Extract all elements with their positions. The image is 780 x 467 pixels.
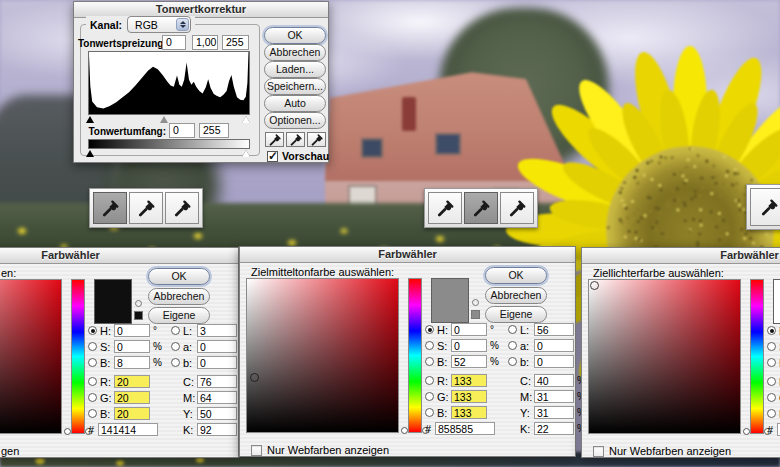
radio-b3[interactable]: [171, 358, 180, 367]
radio-b3[interactable]: [508, 357, 517, 366]
r-input[interactable]: 133: [451, 374, 487, 387]
radio-a[interactable]: [171, 342, 180, 351]
output-highlight-slider[interactable]: [242, 150, 250, 157]
radio-s[interactable]: [88, 342, 97, 351]
black-point-eyedropper-button[interactable]: [265, 132, 284, 147]
ok-button[interactable]: OK: [148, 268, 210, 285]
radio-l[interactable]: [171, 326, 180, 335]
radio-h[interactable]: [425, 325, 434, 334]
radio-g[interactable]: [88, 393, 97, 402]
b-input[interactable]: 8: [114, 356, 150, 369]
a-input[interactable]: 0: [197, 340, 237, 353]
gray-eyedropper-button[interactable]: [464, 192, 498, 224]
white-eyedropper-button[interactable]: [500, 192, 534, 224]
k-input[interactable]: 22: [534, 422, 574, 435]
b2-input[interactable]: 20: [114, 407, 150, 420]
radio-g[interactable]: [767, 393, 776, 402]
custom-button[interactable]: Eigene: [148, 307, 210, 324]
hue-slider[interactable]: [71, 279, 85, 434]
ok-button[interactable]: OK: [485, 267, 547, 284]
saturation-brightness-field[interactable]: [246, 278, 399, 433]
preview-checkbox[interactable]: [267, 151, 278, 162]
hex-input[interactable]: 141414: [98, 423, 158, 436]
white-eyedropper-button[interactable]: [165, 192, 199, 224]
radio-l[interactable]: [508, 325, 517, 334]
g-input[interactable]: 133: [451, 390, 487, 403]
b3-input[interactable]: 0: [197, 356, 237, 369]
hue-slider[interactable]: [750, 279, 764, 434]
y-input[interactable]: 50: [197, 407, 237, 420]
m-input[interactable]: 31: [534, 390, 574, 403]
b2-input[interactable]: 133: [451, 406, 487, 419]
black-eyedropper-button[interactable]: [428, 192, 462, 224]
l-input[interactable]: 56: [534, 323, 574, 336]
white-point-eyedropper-button[interactable]: [307, 132, 326, 147]
highlight-slider[interactable]: [242, 116, 250, 123]
b3-input[interactable]: 0: [534, 355, 574, 368]
output-highlight-field[interactable]: 255: [199, 123, 229, 138]
load-button[interactable]: Laden...: [264, 61, 326, 78]
save-button[interactable]: Speichern...: [264, 78, 326, 95]
y-input[interactable]: 31: [534, 406, 574, 419]
ok-button[interactable]: OK: [264, 27, 326, 44]
web-safe-cube-icon[interactable]: [134, 311, 143, 320]
radio-r[interactable]: [88, 377, 97, 386]
c-input[interactable]: 76: [197, 375, 237, 388]
radio-s[interactable]: [767, 342, 776, 351]
l-input[interactable]: 3: [197, 324, 237, 337]
web-colors-checkbox[interactable]: [593, 446, 604, 457]
cancel-button[interactable]: Abbrechen: [485, 287, 547, 304]
channel-popup[interactable]: RGB: [127, 16, 191, 33]
s-input[interactable]: 0: [451, 339, 487, 352]
gamut-warning-icon[interactable]: [472, 299, 479, 306]
radio-r[interactable]: [767, 377, 776, 386]
g-input[interactable]: 20: [114, 391, 150, 404]
h-input[interactable]: 0: [451, 323, 487, 336]
radio-b[interactable]: [425, 357, 434, 366]
radio-b2[interactable]: [88, 409, 97, 418]
saturation-brightness-field[interactable]: [588, 279, 741, 434]
r-input[interactable]: 20: [114, 375, 150, 388]
radio-h[interactable]: [767, 326, 776, 335]
radio-r[interactable]: [425, 376, 434, 385]
k-input[interactable]: 92: [197, 423, 237, 436]
radio-b2[interactable]: [767, 409, 776, 418]
h-input[interactable]: 0: [114, 324, 150, 337]
input-highlight-field[interactable]: 255: [222, 35, 249, 50]
options-button[interactable]: Optionen...: [264, 112, 326, 129]
input-shadow-field[interactable]: 0: [162, 35, 186, 50]
c-input[interactable]: 40: [534, 374, 574, 387]
s-input[interactable]: 0: [114, 340, 150, 353]
a-input[interactable]: 0: [534, 339, 574, 352]
gray-point-eyedropper-button[interactable]: [286, 132, 305, 147]
auto-button[interactable]: Auto: [264, 95, 326, 112]
cancel-button[interactable]: Abbrechen: [148, 288, 210, 305]
color-marker[interactable]: [250, 373, 259, 382]
radio-s[interactable]: [425, 341, 434, 350]
custom-button[interactable]: Eigene: [485, 306, 547, 323]
black-eyedropper-button[interactable]: [93, 192, 127, 224]
m-input[interactable]: 64: [197, 391, 237, 404]
radio-b[interactable]: [88, 358, 97, 367]
output-shadow-field[interactable]: 0: [169, 123, 195, 138]
hue-slider[interactable]: [408, 278, 422, 433]
radio-g[interactable]: [425, 392, 434, 401]
web-safe-cube-icon[interactable]: [471, 310, 480, 319]
radio-a[interactable]: [508, 341, 517, 350]
radio-b[interactable]: [767, 358, 776, 367]
hex-input[interactable]: 858585: [435, 422, 495, 435]
color-marker[interactable]: [590, 281, 599, 290]
radio-h[interactable]: [88, 326, 97, 335]
shadow-slider[interactable]: [86, 116, 94, 123]
output-shadow-slider[interactable]: [86, 150, 94, 157]
midtone-slider[interactable]: [160, 116, 168, 123]
input-gamma-field[interactable]: 1,00: [192, 35, 218, 50]
gray-eyedropper-button[interactable]: [129, 192, 163, 224]
b-input[interactable]: 52: [451, 355, 487, 368]
black-eyedropper-button[interactable]: [750, 188, 780, 226]
saturation-brightness-field[interactable]: [0, 279, 62, 434]
radio-b2[interactable]: [425, 408, 434, 417]
web-colors-checkbox[interactable]: [251, 445, 262, 456]
cancel-button[interactable]: Abbrechen: [264, 44, 326, 61]
gamut-warning-icon[interactable]: [135, 300, 142, 307]
